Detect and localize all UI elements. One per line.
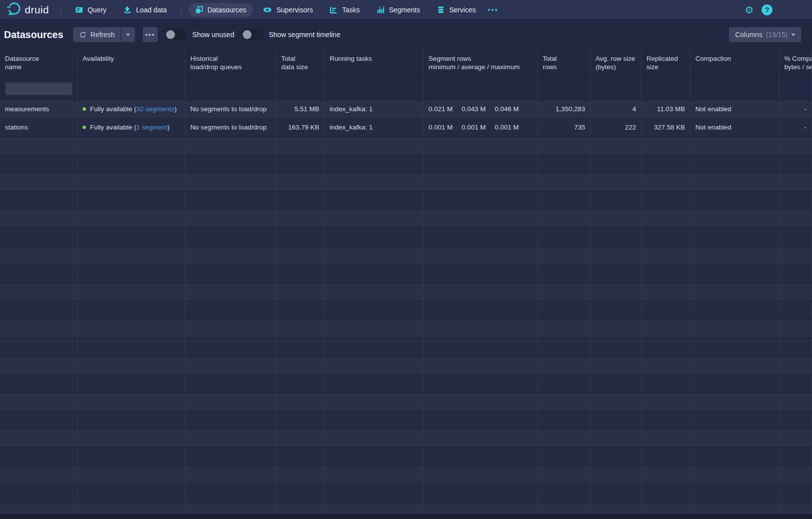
empty-cell — [78, 302, 185, 319]
empty-cell — [424, 173, 538, 191]
empty-cell — [591, 320, 641, 338]
empty-cell — [78, 338, 185, 356]
gear-icon[interactable]: ⚙ — [745, 5, 754, 15]
help-icon[interactable]: ? — [762, 4, 772, 15]
empty-cell — [185, 338, 276, 356]
more-actions-button[interactable]: ••• — [143, 27, 158, 42]
empty-cell — [276, 320, 325, 338]
empty-cell — [779, 228, 812, 246]
cell-datasource-name: measurements — [0, 100, 78, 118]
empty-cell — [591, 375, 641, 392]
empty-cell — [325, 228, 424, 246]
empty-cell — [185, 228, 276, 246]
table-row-empty — [0, 137, 812, 155]
empty-cell — [185, 137, 276, 155]
empty-cell — [538, 192, 591, 210]
empty-cell — [78, 320, 185, 338]
empty-cell — [779, 302, 812, 319]
empty-cell — [424, 283, 538, 301]
col-header-replicated-size[interactable]: Replicatedsize — [641, 49, 690, 76]
table-row-stations[interactable]: stations Fully available (1 segment) No … — [0, 119, 812, 137]
empty-cell — [690, 338, 779, 356]
empty-cell — [690, 302, 779, 319]
col-header-running-tasks[interactable]: Running tasks — [325, 49, 424, 76]
empty-cell — [591, 393, 641, 411]
empty-cell — [185, 320, 276, 338]
table-row-empty — [0, 338, 812, 356]
empty-cell — [690, 173, 779, 191]
show-unused-toggle[interactable] — [165, 29, 187, 41]
nav-item-datasources[interactable]: Datasources — [188, 3, 254, 17]
empty-cell — [0, 338, 78, 356]
col-header-avg-row-size[interactable]: Avg. row size(bytes) — [591, 49, 641, 76]
empty-cell — [641, 430, 690, 447]
empty-cell — [185, 484, 276, 502]
refresh-button[interactable]: Refresh — [73, 27, 121, 42]
empty-cell — [325, 356, 424, 374]
nav-divider — [61, 5, 61, 15]
cell-total-rows: 1,350,283 — [538, 100, 591, 118]
empty-cell — [641, 265, 690, 283]
horizontal-scrollbar[interactable] — [0, 514, 812, 519]
columns-selector-button[interactable]: Columns (13/15) — [729, 27, 801, 42]
empty-cell — [538, 265, 591, 283]
empty-cell — [779, 430, 812, 447]
col-header-compaction[interactable]: Compaction — [690, 49, 779, 76]
empty-cell — [276, 210, 325, 228]
empty-cell — [325, 302, 424, 319]
empty-cell — [424, 210, 538, 228]
nav-item-tasks[interactable]: Tasks — [323, 3, 367, 17]
empty-cell — [690, 466, 779, 484]
empty-cell — [0, 173, 78, 191]
nav-item-supervisors[interactable]: Supervisors — [256, 3, 320, 17]
empty-cell — [641, 320, 690, 338]
empty-cell — [325, 338, 424, 356]
empty-cell — [0, 320, 78, 338]
empty-cell — [641, 466, 690, 484]
table-row-empty — [0, 155, 812, 173]
druid-brand[interactable]: druid — [5, 2, 54, 17]
empty-cell — [591, 283, 641, 301]
nav-more-button[interactable]: ••• — [483, 2, 504, 17]
empty-cell — [78, 228, 185, 246]
datasource-name-filter-input[interactable] — [5, 82, 73, 95]
show-segment-timeline-toggle[interactable] — [241, 29, 264, 41]
col-header-pct-compacted[interactable]: % Compactedbytes / segments — [779, 49, 812, 76]
empty-cell — [78, 192, 185, 210]
empty-cell — [424, 393, 538, 411]
empty-cell — [424, 265, 538, 283]
col-header-segment-rows[interactable]: Segment rowsminimum / average / maximum — [424, 49, 538, 76]
col-header-availability[interactable]: Availability — [78, 49, 185, 76]
empty-cell — [591, 155, 641, 173]
col-header-datasource-name[interactable]: Datasourcename — [0, 49, 78, 76]
empty-cell — [779, 356, 812, 374]
empty-cell — [424, 155, 538, 173]
nav-item-segments[interactable]: Segments — [370, 3, 427, 17]
empty-cell — [538, 173, 591, 191]
nav-item-query[interactable]: Query — [68, 3, 113, 17]
segments-link[interactable]: 1 segment — [136, 124, 168, 131]
empty-cell — [591, 338, 641, 356]
nav-item-label: Services — [449, 6, 476, 14]
nav-item-load-data[interactable]: Load data — [116, 2, 173, 17]
table-row-measurements[interactable]: measurements Fully available (32 segment… — [0, 100, 812, 119]
col-header-historical-queues[interactable]: Historicalload/drop queues — [185, 49, 276, 76]
empty-cell — [779, 448, 812, 466]
empty-cell — [276, 155, 325, 173]
empty-cell — [0, 283, 78, 301]
empty-cell — [325, 411, 424, 429]
empty-cell — [641, 484, 690, 502]
empty-cell — [276, 393, 325, 411]
nav-item-label: Segments — [389, 6, 420, 14]
segments-link[interactable]: 32 segments — [136, 105, 174, 113]
nav-item-services[interactable]: Services — [430, 3, 483, 17]
nav-divider — [181, 5, 181, 15]
refresh-options-button[interactable] — [121, 27, 135, 42]
empty-cell — [538, 484, 591, 502]
empty-cell — [78, 448, 185, 466]
table-row-empty — [0, 356, 812, 375]
empty-cell — [538, 228, 591, 246]
col-header-total-data-size[interactable]: Totaldata size — [276, 49, 325, 76]
empty-cell — [591, 356, 641, 374]
col-header-total-rows[interactable]: Totalrows — [538, 49, 591, 76]
